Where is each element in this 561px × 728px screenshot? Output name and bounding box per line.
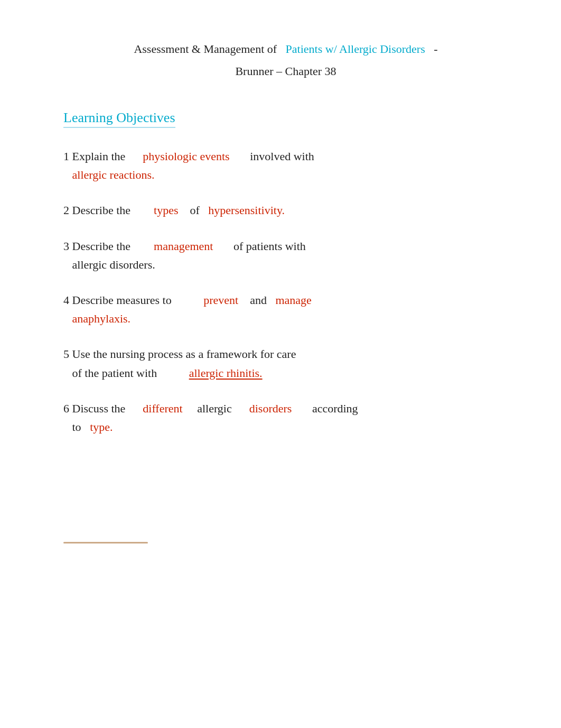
obj4-highlight1: prevent — [203, 293, 238, 307]
obj1-highlight1: physiologic events — [143, 150, 229, 163]
objective-5-number: 5 — [63, 347, 72, 361]
obj3-highlight1: management — [154, 239, 213, 253]
obj6-text2: allergic — [185, 402, 246, 415]
main-title: Assessment & Management of Patients w/ A… — [63, 42, 508, 56]
obj2-highlight1: types — [154, 204, 178, 217]
obj6-highlight3: type. — [90, 420, 113, 434]
obj3-text2: of patients with — [216, 239, 306, 253]
obj2-text1: Describe the — [72, 204, 151, 217]
obj6-highlight2: disorders — [249, 402, 292, 415]
obj2-highlight2: hypersensitivity. — [208, 204, 285, 217]
objective-6-number: 6 — [63, 402, 72, 415]
obj4-highlight3: anaphylaxis. — [63, 312, 130, 325]
title-highlight: Patients w/ Allergic Disorders — [286, 42, 425, 56]
obj6-text4: to — [63, 420, 87, 434]
obj5-highlight1: allergic rhinitis. — [189, 366, 263, 380]
objective-4-number: 4 — [63, 293, 72, 307]
section-title: Learning Objectives — [63, 110, 175, 128]
objective-2-number: 2 — [63, 204, 72, 217]
objective-1-number: 1 — [63, 150, 72, 163]
obj1-highlight2: allergic reactions. — [63, 168, 154, 181]
objective-2: 2 Describe the types of hypersensitivity… — [63, 201, 508, 219]
header: Assessment & Management of Patients w/ A… — [63, 42, 508, 78]
objectives-section: Learning Objectives 1 Explain the physio… — [63, 110, 508, 436]
obj2-text2: of — [181, 204, 205, 217]
obj1-text2: involved with — [232, 150, 314, 163]
obj5-text2: of the patient with — [63, 366, 186, 380]
objective-1: 1 Explain the physiologic events involve… — [63, 147, 508, 184]
objective-3-number: 3 — [63, 239, 72, 253]
obj1-text1: Explain the — [72, 150, 140, 163]
obj6-text1: Discuss the — [72, 402, 140, 415]
objective-6: 6 Discuss the different allergic disorde… — [63, 399, 508, 436]
obj4-text1: Describe measures to — [72, 293, 201, 307]
obj3-text1: Describe the — [72, 239, 151, 253]
objective-3: 3 Describe the management of patients wi… — [63, 237, 508, 274]
obj5-text1: Use the nursing process as a framework f… — [72, 347, 296, 361]
obj4-text2: and — [241, 293, 273, 307]
subtitle: Brunner – Chapter 38 — [63, 64, 508, 78]
obj6-highlight1: different — [143, 402, 182, 415]
obj4-highlight2: manage — [275, 293, 311, 307]
bottom-decoration — [63, 542, 148, 543]
obj3-text3: allergic disorders. — [63, 258, 155, 271]
title-prefix: Assessment & Management of — [134, 42, 277, 56]
title-suffix: - — [434, 42, 437, 56]
obj6-text3: according — [295, 402, 358, 415]
objective-5: 5 Use the nursing process as a framework… — [63, 345, 508, 382]
objective-4: 4 Describe measures to prevent and manag… — [63, 291, 508, 328]
